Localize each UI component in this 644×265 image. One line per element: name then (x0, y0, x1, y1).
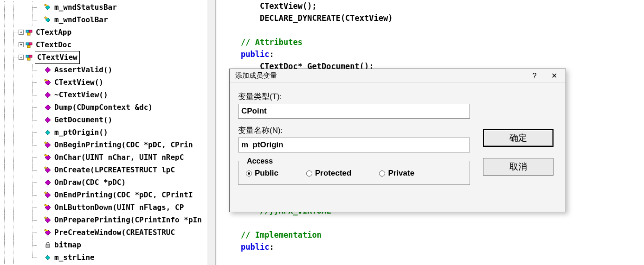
code-line: public: (222, 241, 644, 253)
svg-rect-13 (29, 55, 32, 57)
class-icon (26, 29, 33, 36)
tree-item-label: m_wndStatusBar (53, 1, 118, 13)
svg-marker-46 (45, 255, 50, 260)
tree-item[interactable]: OnBeginPrinting(CDC *pDC, CPrin (0, 139, 215, 151)
tree-item[interactable]: bitmap (0, 239, 215, 251)
expand-icon[interactable]: + (19, 42, 24, 47)
variable-name-input[interactable] (238, 138, 470, 152)
code-line: // Attributes (222, 36, 644, 48)
access-private-radio[interactable]: Private (379, 169, 414, 178)
tree-item[interactable]: m_wndToolBar (0, 13, 215, 26)
method-key-icon (44, 204, 52, 211)
tree-item-label: OnChar(UINT nChar, UINT nRepC (53, 151, 185, 164)
method-key-icon (44, 191, 52, 199)
tree-item-label: m_ptOrigin() (53, 126, 109, 139)
tree-item[interactable]: m_ptOrigin() (0, 126, 215, 139)
tree-item[interactable]: OnEndPrinting(CDC *pDC, CPrintI (0, 189, 215, 201)
dialog-help-button[interactable]: ? (525, 70, 544, 82)
tree-item[interactable]: -CTextView (0, 51, 215, 63)
dialog-title: 添加成员变量 (235, 71, 277, 80)
code-line: public: (222, 48, 644, 60)
tree-item-label: CTextDoc (35, 39, 72, 51)
code-line (222, 24, 644, 36)
svg-rect-35 (46, 193, 48, 194)
ok-button[interactable]: 确定 (483, 129, 554, 147)
tree-item-label: bitmap (53, 239, 82, 251)
class-icon (26, 54, 33, 61)
tree-item[interactable]: GetDocument() (0, 114, 215, 126)
tree-item[interactable]: OnChar(UINT nChar, UINT nRepC (0, 151, 215, 164)
code-line: CTextView(); (222, 0, 644, 12)
svg-marker-32 (45, 180, 51, 185)
lock-icon (44, 241, 52, 249)
tree-scrollbar[interactable] (207, 0, 215, 265)
svg-rect-12 (26, 55, 29, 57)
dialog-titlebar[interactable]: 添加成员变量 ? ✕ (230, 69, 566, 83)
access-fieldset: Access Public Protected Private (238, 161, 470, 185)
variable-type-input[interactable] (238, 104, 470, 119)
method-key-icon (44, 154, 52, 161)
tree-item[interactable]: ~CTextView() (0, 88, 215, 101)
tree-item[interactable]: OnCreate(LPCREATESTRUCT lpC (0, 164, 215, 176)
radio-icon (246, 170, 252, 177)
tree-item[interactable]: PreCreateWindow(CREATESTRUC (0, 226, 215, 239)
tree-item[interactable]: OnLButtonDown(UINT nFlags, CP (0, 201, 215, 214)
tree-item[interactable]: m_wndStatusBar (0, 1, 215, 13)
tree-item-label: Dump(CDumpContext &dc) (53, 101, 154, 114)
svg-rect-2 (46, 5, 48, 6)
radio-icon (379, 170, 385, 177)
svg-marker-15 (45, 67, 51, 73)
tree-item[interactable]: +CTextDoc (0, 38, 215, 51)
variable-type-label: 变量类型(T): (238, 91, 557, 102)
method-key-icon (44, 141, 52, 149)
tree-item-label: OnDraw(CDC *pDC) (53, 177, 127, 189)
access-protected-radio[interactable]: Protected (306, 169, 351, 178)
svg-rect-45 (46, 245, 50, 247)
tree-item-label: ~CTextView() (53, 89, 109, 101)
svg-rect-11 (27, 45, 30, 48)
tree-item-label: AssertValid() (53, 64, 113, 76)
tree-item[interactable]: +CTextApp (0, 26, 215, 38)
svg-rect-44 (46, 230, 48, 231)
tree-item-label: OnCreate(LPCREATESTRUCT lpC (53, 164, 176, 176)
tree-item-label: OnLButtonDown(UINT nFlags, CP (53, 202, 185, 214)
code-line: // Implementation (222, 229, 644, 241)
tree-item[interactable]: CTextView() (0, 76, 215, 88)
svg-rect-5 (46, 18, 48, 19)
method-icon (44, 104, 52, 111)
cancel-button[interactable]: 取消 (483, 158, 554, 176)
method-icon (44, 179, 52, 186)
svg-rect-28 (46, 155, 48, 156)
svg-rect-9 (26, 43, 29, 45)
method-key-icon (44, 216, 52, 224)
tree-item-label: PreCreateWindow(CREATESTRUC (53, 227, 176, 239)
tree-item-label: CTextView() (53, 76, 104, 88)
class-view-tree[interactable]: m_wndStatusBarm_wndToolBar+CTextApp+CTex… (0, 0, 217, 265)
svg-rect-10 (29, 43, 32, 45)
svg-rect-18 (46, 80, 48, 81)
svg-rect-6 (26, 30, 29, 32)
close-icon[interactable]: ✕ (544, 70, 564, 82)
radio-icon (306, 170, 312, 177)
svg-rect-7 (29, 30, 32, 32)
method-icon (44, 116, 52, 124)
tree-item[interactable]: Dump(CDumpContext &dc) (0, 101, 215, 114)
tree-item[interactable]: AssertValid() (0, 63, 215, 76)
svg-rect-8 (27, 33, 30, 35)
tree-item[interactable]: OnPreparePrinting(CPrintInfo *pIn (0, 214, 215, 226)
tree-item-label: OnPreparePrinting(CPrintInfo *pIn (53, 214, 203, 226)
add-member-variable-dialog: 添加成员变量 ? ✕ 变量类型(T): 变量名称(N): Access Publ… (229, 69, 566, 212)
collapse-icon[interactable]: - (19, 55, 24, 60)
svg-rect-31 (46, 168, 48, 169)
tree-item-label: m_strLine (53, 252, 96, 264)
member-key-icon (44, 4, 52, 11)
tree-item[interactable]: m_strLine (0, 251, 215, 264)
method-icon (44, 91, 52, 99)
svg-marker-20 (45, 105, 51, 110)
code-line: DECLARE_DYNCREATE(CTextView) (222, 12, 644, 24)
tree-item-label: CTextView (35, 51, 80, 64)
tree-item[interactable]: OnDraw(CDC *pDC) (0, 176, 215, 189)
access-public-radio[interactable]: Public (246, 169, 278, 178)
expand-icon[interactable]: + (19, 30, 24, 35)
access-legend: Access (245, 157, 275, 165)
